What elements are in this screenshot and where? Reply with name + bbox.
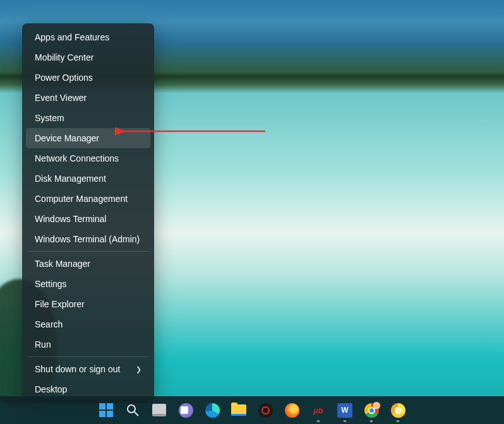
- menu-run[interactable]: Run: [26, 334, 150, 355]
- ublock-icon: µb: [311, 404, 326, 416]
- menu-item-label: Device Manager: [35, 128, 99, 148]
- opera-icon: [258, 403, 273, 418]
- menu-item-label: Disk Management: [35, 168, 106, 189]
- menu-settings[interactable]: Settings: [26, 274, 150, 294]
- svg-rect-3: [107, 403, 113, 409]
- menu-task-manager[interactable]: Task Manager: [26, 254, 150, 274]
- menu-system[interactable]: System: [26, 108, 150, 128]
- menu-search[interactable]: Search: [26, 314, 150, 334]
- menu-item-label: Settings: [35, 274, 67, 294]
- chrome-button[interactable]: [363, 401, 380, 419]
- search-icon: [126, 403, 140, 417]
- taskbar: µbW: [0, 396, 504, 424]
- firefox-button[interactable]: [283, 401, 301, 419]
- teams-chat-button[interactable]: [177, 401, 195, 419]
- chrome-canary-icon: [391, 403, 405, 418]
- menu-separator: [27, 356, 149, 357]
- menu-item-label: Task Manager: [35, 254, 90, 274]
- menu-disk-management[interactable]: Disk Management: [26, 168, 150, 189]
- svg-line-7: [135, 412, 138, 416]
- word-icon: W: [337, 403, 352, 418]
- svg-rect-2: [99, 403, 105, 409]
- menu-device-manager[interactable]: Device Manager: [26, 128, 150, 148]
- menu-item-label: Event Viewer: [35, 88, 87, 108]
- menu-event-viewer[interactable]: Event Viewer: [26, 88, 150, 108]
- menu-item-label: System: [35, 108, 64, 128]
- chevron-right-icon: ❯: [136, 359, 141, 379]
- edge-icon: [205, 403, 220, 418]
- menu-file-explorer[interactable]: File Explorer: [26, 294, 150, 314]
- chrome-canary-button[interactable]: [389, 401, 407, 419]
- file-explorer-button[interactable]: [230, 401, 248, 419]
- menu-item-label: Windows Terminal: [35, 209, 106, 229]
- start-button[interactable]: [97, 401, 115, 419]
- menu-network-connections[interactable]: Network Connections: [26, 148, 150, 168]
- chrome-icon: [364, 403, 379, 418]
- ublock-button[interactable]: µb: [309, 401, 327, 419]
- teams-icon: [179, 403, 193, 418]
- menu-item-label: Computer Management: [35, 189, 128, 209]
- menu-apps-features[interactable]: Apps and Features: [26, 27, 150, 47]
- menu-item-label: Search: [35, 314, 63, 334]
- menu-item-label: Windows Terminal (Admin): [35, 229, 140, 249]
- menu-item-label: Apps and Features: [35, 27, 109, 47]
- task-view-icon: [152, 404, 166, 416]
- word-button[interactable]: W: [336, 401, 354, 419]
- profile-avatar-icon: [372, 401, 381, 410]
- menu-item-label: Mobility Center: [35, 47, 93, 68]
- menu-item-label: Shut down or sign out: [35, 359, 120, 379]
- menu-item-label: File Explorer: [35, 294, 85, 314]
- menu-item-label: Power Options: [35, 68, 93, 88]
- menu-windows-terminal-admin[interactable]: Windows Terminal (Admin): [26, 229, 150, 249]
- search-button[interactable]: [124, 401, 141, 419]
- winx-context-menu: Apps and FeaturesMobility CenterPower Op…: [22, 23, 154, 403]
- folder-icon: [231, 404, 246, 416]
- menu-mobility-center[interactable]: Mobility Center: [26, 47, 150, 68]
- svg-rect-4: [99, 411, 105, 417]
- menu-item-label: Network Connections: [35, 148, 119, 168]
- menu-item-label: Run: [35, 334, 51, 355]
- windows-logo-icon: [99, 403, 113, 417]
- menu-windows-terminal[interactable]: Windows Terminal: [26, 209, 150, 229]
- firefox-icon: [285, 403, 299, 418]
- edge-button[interactable]: [203, 401, 221, 419]
- opera-button[interactable]: [256, 401, 274, 419]
- svg-rect-5: [107, 411, 113, 417]
- menu-power-options[interactable]: Power Options: [26, 68, 150, 88]
- menu-shutdown-signout[interactable]: Shut down or sign out❯: [26, 359, 150, 379]
- menu-computer-management[interactable]: Computer Management: [26, 189, 150, 209]
- menu-separator: [27, 251, 149, 252]
- svg-point-6: [128, 405, 135, 413]
- task-view-button[interactable]: [150, 401, 168, 419]
